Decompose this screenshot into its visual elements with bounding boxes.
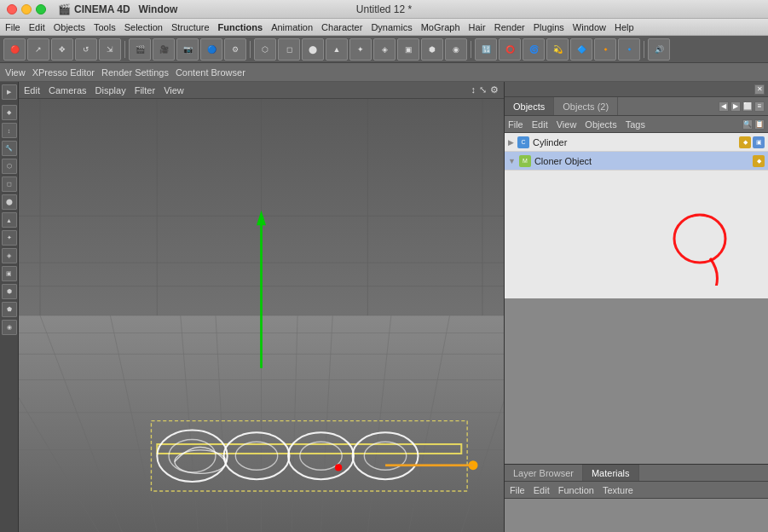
sidebar-btn-mode[interactable]: ▶ (2, 84, 17, 100)
tab-layer-browser[interactable]: Layer Browser (505, 465, 583, 481)
toolbar-btn-3[interactable]: ✥ (51, 38, 73, 61)
viewport-icon-maximize[interactable]: ⤡ (479, 84, 487, 95)
toolbar-btn-27[interactable]: 🔊 (648, 38, 670, 61)
menu-animation[interactable]: Animation (271, 22, 313, 32)
menu-character[interactable]: Character (321, 22, 362, 32)
sub-tab-render[interactable]: Render Settings (101, 67, 169, 78)
toolbar-btn-5[interactable]: ⇲ (99, 38, 121, 61)
sidebar-btn-g[interactable]: ⬟ (2, 302, 17, 317)
toolbar-btn-17[interactable]: ▣ (397, 38, 419, 61)
panel-close-btn[interactable]: ✕ (754, 84, 765, 95)
toolbar-btn-23[interactable]: 💫 (546, 38, 569, 61)
toolbar-btn-6[interactable]: 🎬 (129, 38, 151, 61)
toolbar-btn-20[interactable]: 🔢 (475, 38, 497, 61)
mat-menu-function[interactable]: Function (558, 485, 594, 495)
toolbar-btn-21[interactable]: ⭕ (499, 38, 521, 61)
sidebar-btn-f[interactable]: ⬢ (2, 284, 17, 299)
panel-menu-view[interactable]: View (557, 119, 577, 130)
menu-functions[interactable]: Functions (218, 22, 263, 32)
sub-tab-view[interactable]: View (5, 67, 26, 78)
menu-window[interactable]: Window (573, 22, 606, 32)
sidebar-btn-a[interactable]: ⬤ (2, 194, 17, 210)
viewport-menu-filter[interactable]: Filter (135, 85, 155, 95)
mat-menu-edit[interactable]: Edit (534, 485, 550, 495)
toolbar-btn-24[interactable]: 🔷 (570, 38, 592, 61)
sidebar-btn-h[interactable]: ◉ (2, 320, 17, 335)
tab-objects-2[interactable]: Objects (2) (554, 97, 618, 115)
cloner-tag-1[interactable]: ◆ (753, 155, 765, 167)
panel-expand-btn[interactable]: ⬜ (742, 101, 753, 112)
sidebar-btn-b[interactable]: ▲ (2, 212, 17, 228)
cylinder-tag-2[interactable]: ▣ (753, 136, 765, 148)
sidebar-btn-points[interactable]: ◆ (2, 105, 17, 120)
toolbar-btn-15[interactable]: ✦ (349, 38, 372, 61)
toolbar-btn-1[interactable]: 🔴 (3, 38, 26, 61)
toolbar-btn-18[interactable]: ⬢ (421, 38, 443, 61)
menu-hair[interactable]: Hair (469, 22, 486, 32)
tab-materials[interactable]: Materials (583, 465, 639, 481)
sidebar-btn-d[interactable]: ◈ (2, 248, 17, 263)
menu-render[interactable]: Render (494, 22, 525, 32)
sidebar-btn-obj[interactable]: ⬡ (2, 159, 17, 174)
menu-mograph[interactable]: MoGraph (421, 22, 460, 32)
toolbar-btn-11[interactable]: ⬡ (254, 38, 276, 61)
sidebar-btn-c[interactable]: ✦ (2, 230, 17, 246)
panel-menu-file[interactable]: File (508, 119, 523, 130)
mat-menu-file[interactable]: File (510, 485, 525, 495)
toolbar-btn-19[interactable]: ◉ (445, 38, 467, 61)
sidebar-btn-e[interactable]: ▣ (2, 266, 17, 281)
viewport-icon-move[interactable]: ↕ (471, 84, 476, 95)
toolbar-btn-26[interactable]: 🔹 (618, 38, 640, 61)
panel-view-btn-2[interactable]: 📋 (754, 119, 765, 130)
viewport-menu-display[interactable]: Display (95, 85, 126, 95)
viewport-menu-view[interactable]: View (164, 85, 184, 95)
toolbar-btn-2[interactable]: ↗ (27, 38, 49, 61)
menu-file[interactable]: File (5, 22, 20, 32)
toolbar-btn-12[interactable]: ◻ (278, 38, 300, 61)
sidebar-btn-edges[interactable]: ↕ (2, 123, 17, 138)
toolbar-btn-7[interactable]: 🎥 (153, 38, 175, 61)
sidebar-btn-poly[interactable]: 🔧 (2, 141, 17, 156)
panel-settings-btn[interactable]: ≡ (754, 101, 765, 112)
cylinder-tag-1[interactable]: ◆ (739, 136, 751, 148)
menu-objects[interactable]: Objects (54, 22, 85, 32)
toolbar-btn-16[interactable]: ◈ (373, 38, 396, 61)
sub-tab-content[interactable]: Content Browser (176, 67, 245, 78)
toolbar-btn-13[interactable]: ⬤ (302, 38, 324, 61)
toolbar-btn-14[interactable]: ▲ (326, 38, 348, 61)
panel-right-btn[interactable]: ▶ (730, 101, 741, 112)
expand-icon: ▶ (508, 138, 514, 147)
panel-menu-tags[interactable]: Tags (626, 119, 645, 130)
object-item-cylinder[interactable]: ▶ C Cylinder ◆ ▣ (505, 133, 768, 152)
menu-selection[interactable]: Selection (124, 22, 163, 32)
toolbar-btn-22[interactable]: 🌀 (523, 38, 545, 61)
tab-objects[interactable]: Objects (505, 97, 554, 115)
viewport-icon-settings[interactable]: ⚙ (490, 84, 499, 95)
materials-menubar: File Edit Function Texture (505, 482, 768, 499)
panel-menu-objects[interactable]: Objects (585, 119, 616, 130)
toolbar-btn-10[interactable]: ⚙ (224, 38, 246, 61)
menu-dynamics[interactable]: Dynamics (371, 22, 412, 32)
toolbar-btn-8[interactable]: 📷 (176, 38, 199, 61)
toolbar-btn-9[interactable]: 🔵 (200, 38, 222, 61)
viewport-menu-edit[interactable]: Edit (24, 85, 40, 95)
menu-help[interactable]: Help (615, 22, 634, 32)
menu-plugins[interactable]: Plugins (534, 22, 564, 32)
panel-menu-edit[interactable]: Edit (532, 119, 548, 130)
title-bar: 🎬 CINEMA 4D Window Untitled 12 * (0, 0, 768, 19)
menu-structure[interactable]: Structure (171, 22, 210, 32)
mat-menu-texture[interactable]: Texture (603, 485, 633, 495)
sidebar-btn-render[interactable]: ◻ (2, 176, 17, 192)
panel-view-btn-1[interactable]: 🔍 (742, 119, 753, 130)
sub-tab-xpresso[interactable]: XPresso Editor (32, 67, 95, 78)
materials-content (505, 499, 768, 532)
toolbar-btn-4[interactable]: ↺ (75, 38, 97, 61)
viewport-menu-cameras[interactable]: Cameras (49, 85, 87, 95)
toolbar-sep-3 (471, 41, 471, 58)
object-item-cloner[interactable]: ▼ M Cloner Object ◆ (505, 152, 768, 171)
menu-edit[interactable]: Edit (29, 22, 45, 32)
toolbar-btn-25[interactable]: 🔸 (594, 38, 616, 61)
viewport-canvas[interactable]: Perspective (19, 99, 504, 532)
panel-left-btn[interactable]: ◀ (719, 101, 729, 112)
menu-tools[interactable]: Tools (94, 22, 116, 32)
